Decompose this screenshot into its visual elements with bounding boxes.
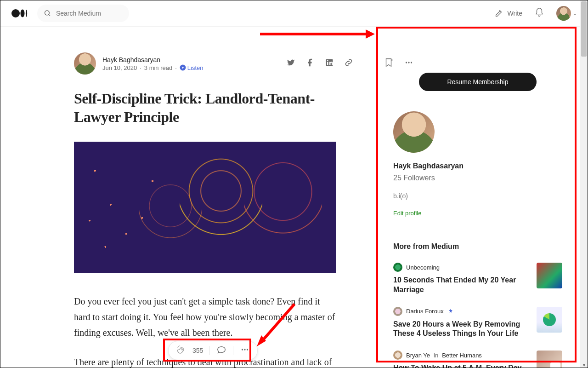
facebook-icon [305, 58, 315, 67]
listen-button[interactable]: Listen [180, 64, 204, 71]
linkedin-icon [325, 58, 334, 67]
medium-logo[interactable] [11, 8, 30, 19]
byline: Hayk Baghdasaryan Jun 10, 2020 · 3 min r… [74, 52, 414, 75]
rec-author-avatar [393, 307, 402, 316]
chevron-down-icon: ⌄ [573, 11, 577, 16]
sidebar-avatar[interactable] [393, 111, 435, 153]
more-from-heading: More from Medium [393, 242, 562, 251]
resume-membership-button[interactable]: Resume Membership [419, 73, 537, 91]
svg-marker-19 [366, 29, 375, 39]
svg-point-17 [247, 349, 248, 350]
rec-author-name: Unbecoming [406, 264, 440, 271]
medium-logo-icon [11, 8, 30, 19]
notifications-button[interactable] [534, 7, 544, 19]
rec-author-avatar [393, 351, 402, 360]
author-avatar[interactable] [74, 52, 96, 75]
rec-thumbnail [537, 263, 562, 288]
avatar [556, 6, 571, 21]
floatbar-more-button[interactable] [240, 345, 250, 356]
rec-author-avatar [393, 263, 402, 272]
comment-button[interactable] [216, 345, 226, 356]
write-label: Write [508, 10, 522, 17]
recommendation-item[interactable]: Darius Foroux Save 20 Hours a Week By Re… [393, 307, 562, 339]
topbar: Write ⌄ [0, 0, 588, 27]
svg-point-16 [244, 349, 246, 350]
share-facebook[interactable] [305, 58, 315, 69]
annotation-arrow [253, 299, 299, 350]
svg-point-3 [45, 11, 49, 15]
search-icon [44, 9, 51, 18]
share-twitter[interactable] [286, 58, 295, 69]
rec-title: 10 Seconds That Ended My 20 Year Marriag… [393, 276, 530, 295]
write-icon [494, 8, 504, 18]
rec-thumbnail [537, 307, 562, 333]
link-icon [344, 58, 353, 67]
recommendation-item[interactable]: Unbecoming 10 Seconds That Ended My 20 Y… [393, 263, 562, 295]
svg-point-2 [26, 10, 27, 17]
article-title: Self-Discipline Trick: Landlord-Tenant-L… [74, 89, 331, 126]
rec-title: Save 20 Hours a Week By Removing These 4… [393, 320, 530, 339]
divider [209, 346, 210, 355]
publish-date: Jun 10, 2020 [102, 64, 137, 71]
clap-count: 355 [192, 347, 203, 354]
article-column: Hayk Baghdasaryan Jun 10, 2020 · 3 min r… [74, 27, 414, 368]
comment-icon [216, 345, 226, 355]
share-linkedin[interactable] [325, 58, 334, 69]
svg-point-0 [11, 9, 20, 17]
twitter-icon [286, 58, 295, 67]
separator: · [175, 64, 177, 71]
search-field[interactable] [37, 5, 129, 22]
write-button[interactable]: Write [494, 8, 522, 18]
divider [233, 346, 233, 355]
clap-icon [176, 345, 186, 355]
profile-bio: b.i(o) [393, 192, 562, 200]
play-icon [180, 64, 186, 71]
profile-menu[interactable]: ⌄ [556, 6, 577, 21]
sidebar: Resume Membership Hayk Baghdasaryan 25 F… [379, 56, 577, 368]
svg-point-9 [327, 60, 328, 62]
svg-point-15 [242, 349, 243, 350]
read-time: 3 min read [144, 64, 172, 71]
svg-line-4 [49, 14, 50, 16]
svg-rect-8 [327, 62, 328, 65]
annotation-arrow [260, 28, 375, 40]
separator: · [140, 64, 141, 71]
followers-count: 25 Followers [393, 174, 562, 182]
in-label: in [434, 352, 438, 359]
rec-author-name: Bryan Ye [406, 352, 430, 359]
svg-point-1 [21, 10, 25, 17]
bell-icon [534, 7, 544, 17]
member-badge-icon [447, 308, 454, 315]
search-input[interactable] [56, 10, 123, 17]
author-name[interactable]: Hayk Baghdasaryan [102, 56, 204, 63]
rec-author-name: Darius Foroux [406, 308, 444, 315]
svg-line-20 [261, 304, 294, 342]
share-link[interactable] [344, 58, 353, 69]
rec-thumbnail [537, 351, 562, 368]
rec-publication: Better Humans [442, 352, 482, 359]
sidebar-profile-name[interactable]: Hayk Baghdasaryan [393, 162, 562, 170]
edit-profile-link[interactable]: Edit profile [393, 210, 562, 217]
recommendation-item[interactable]: Bryan Ye in Better Humans How To Wake Up… [393, 351, 562, 368]
more-icon [240, 345, 250, 355]
hero-image [74, 142, 336, 273]
clap-button[interactable] [176, 345, 186, 356]
floating-action-bar: 355 [168, 341, 258, 360]
rec-title: How To Wake Up at 5 A.M. Every Day [393, 363, 530, 368]
